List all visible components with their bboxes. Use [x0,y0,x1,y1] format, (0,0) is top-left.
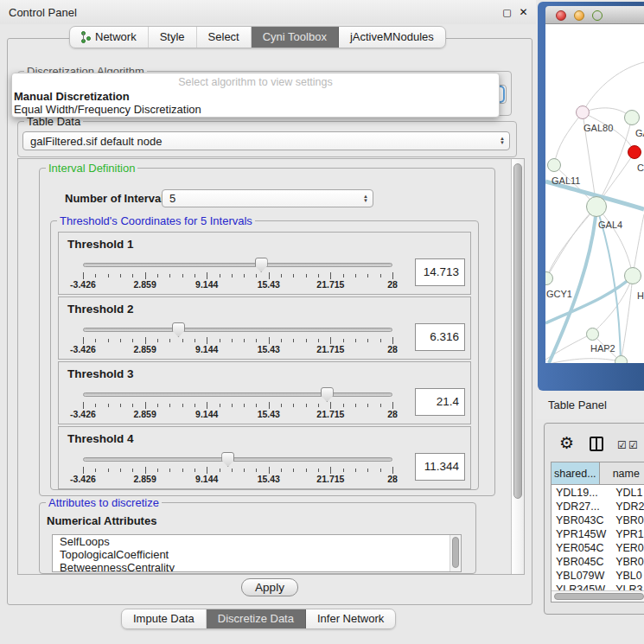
table-header-row: shared... name [552,462,644,485]
tab-cyni-toolbox[interactable]: Cyni Toolbox [252,27,339,48]
node-label: H [637,290,644,301]
mac-close-icon[interactable] [556,10,566,21]
combo-stepper-icon: ▲▼ [359,194,373,203]
node-table: shared... name YDL19...YDL1 YDR27...YDR2… [551,462,644,603]
threshold-row-2: Threshold 2 -3.4262.8599.14415.4321.7152… [58,296,471,360]
float-window-icon[interactable]: ▢ [501,7,513,18]
scrollbar-thumb[interactable] [513,163,522,499]
tab-label: Impute Data [133,609,194,628]
attributes-group-label: Attributes to discretize [46,496,162,509]
threshold-1-value-field[interactable]: 14.713 [415,258,465,286]
network-node[interactable] [586,196,607,217]
tab-network[interactable]: Network [70,27,149,48]
threshold-row-3: Threshold 3 -3.4262.8599.14415.4321.7152… [58,361,471,424]
control-panel-titlebar [0,0,536,24]
tab-label: Select [208,27,239,48]
number-of-intervals-label: Number of Intervals [65,192,170,205]
network-node-selected[interactable] [628,145,641,159]
table-row[interactable]: YBL079WYBL0 [552,569,644,583]
table-row[interactable]: YER054CYER0 [552,541,644,555]
table-row[interactable]: YPR145WYPR1 [552,527,644,541]
close-window-icon[interactable]: ✕ [518,7,529,18]
algorithm-hint: Select algorithm to view settings [12,76,499,88]
algorithm-option-manual[interactable]: Manual Discretization [14,90,130,103]
checkbox-icon[interactable]: ☑ [617,439,627,451]
table-panel-body: ⚙ ☑ ☑ shared... name YDL19...YDL1 YDR27.… [544,423,644,615]
list-item[interactable]: TopologicalCoefficient [53,548,461,561]
tab-label: jActiveMNodules [350,27,434,48]
network-edges [545,24,644,363]
network-node[interactable] [615,355,628,363]
settings-scroll-pane: Interval Definition Number of Intervals … [17,158,525,575]
tab-style[interactable]: Style [149,27,197,48]
slider-thumb[interactable] [321,387,334,402]
scrollbar-thumb[interactable] [554,593,644,600]
slider-thumb[interactable] [172,322,185,337]
node-label: C [637,163,644,173]
network-canvas[interactable]: GAL80 GA C GAL11 GAL4 GCY1 H HAP2 [545,24,644,363]
number-of-intervals-combo[interactable]: 5 ▲▼ [162,189,373,207]
table-row[interactable]: YBR043CYBR0 [552,513,644,527]
network-node[interactable] [547,158,561,172]
table-row[interactable]: YLR345WYLR3 [552,583,644,590]
network-window-titlebar[interactable] [545,6,644,24]
tab-label: Style [160,27,185,48]
table-row[interactable]: YDL19...YDL1 [552,486,644,500]
mac-zoom-icon[interactable] [592,10,603,21]
threshold-3-value-field[interactable]: 21.4 [415,388,465,416]
threshold-1-label: Threshold 1 [67,238,134,251]
tab-select[interactable]: Select [197,27,252,48]
settings-vertical-scrollbar[interactable] [511,159,524,574]
node-label: GAL4 [598,220,622,230]
interval-definition-group: Interval Definition Number of Intervals … [39,168,495,496]
control-panel-title: Control Panel [9,6,77,19]
gear-icon[interactable]: ⚙ [559,433,574,453]
cyni-mode-tab-bar: Impute Data Discretize Data Infer Networ… [121,609,396,629]
threshold-row-1: Threshold 1 -3.4262.8599.14415.4321.7152… [58,232,471,295]
tab-label: Infer Network [317,609,384,628]
mac-minimize-icon[interactable] [574,10,584,21]
algorithm-option-equal-width[interactable]: Equal Width/Frequency Discretization [14,103,201,116]
threshold-4-label: Threshold 4 [67,432,134,445]
columns-icon[interactable] [590,437,603,451]
control-panel-tab-bar: Network Style Select Cyni Toolbox jActiv… [69,26,446,48]
table-data-combo[interactable]: galFiltered.sif default node ▲▼ [22,131,510,150]
tab-jactivemnodules[interactable]: jActiveMNodules [339,27,445,48]
numerical-attributes-list: SelfLoops TopologicalCoefficient Between… [52,534,462,572]
table-row[interactable]: YBR045CYBR0 [552,555,644,569]
tab-infer-network[interactable]: Infer Network [306,609,395,628]
network-node[interactable] [624,267,641,284]
apply-button[interactable]: Apply [241,578,298,596]
tab-discretize-data[interactable]: Discretize Data [207,609,306,628]
interval-definition-group-label: Interval Definition [46,162,137,175]
table-horizontal-scrollbar[interactable] [552,590,644,602]
network-node[interactable] [586,328,599,341]
network-view-window: GAL80 GA C GAL11 GAL4 GCY1 H HAP2 [538,2,644,391]
node-label: GCY1 [546,289,572,299]
thresholds-group-label: Threshold's Coordinates for 5 Intervals [57,214,255,227]
numerical-attributes-label: Numerical Attributes [47,514,156,527]
slider-thumb[interactable] [221,452,234,467]
network-node[interactable] [624,110,640,125]
checkbox-icon[interactable]: ☑ [628,439,638,451]
tab-impute-data[interactable]: Impute Data [122,609,207,628]
slider-thumb[interactable] [255,258,268,272]
node-label: HAP2 [590,343,615,354]
attributes-group: Attributes to discretize Numerical Attri… [39,502,476,574]
list-item[interactable]: SelfLoops [53,535,461,548]
network-icon [81,31,91,43]
column-header-shared[interactable]: shared... [552,462,600,484]
table-panel-title: Table Panel [548,399,607,411]
table-row[interactable]: YDR27...YDR2 [552,500,644,513]
table-data-combo-value: galFiltered.sif default node [23,135,495,148]
threshold-2-value-field[interactable]: 6.316 [415,323,465,351]
attributes-list-scrollbar[interactable] [450,535,461,571]
column-header-name[interactable]: name [600,462,644,484]
threshold-row-4: Threshold 4 -3.4262.8599.14415.4321.7152… [58,426,471,489]
scrollbar-thumb[interactable] [452,537,459,568]
threshold-4-value-field[interactable]: 11.344 [415,453,465,481]
combo-stepper-icon: ▲▼ [495,137,509,145]
list-item[interactable]: BetweennessCentrality [53,561,461,572]
network-node[interactable] [576,105,590,119]
node-label: GAL11 [552,175,580,186]
